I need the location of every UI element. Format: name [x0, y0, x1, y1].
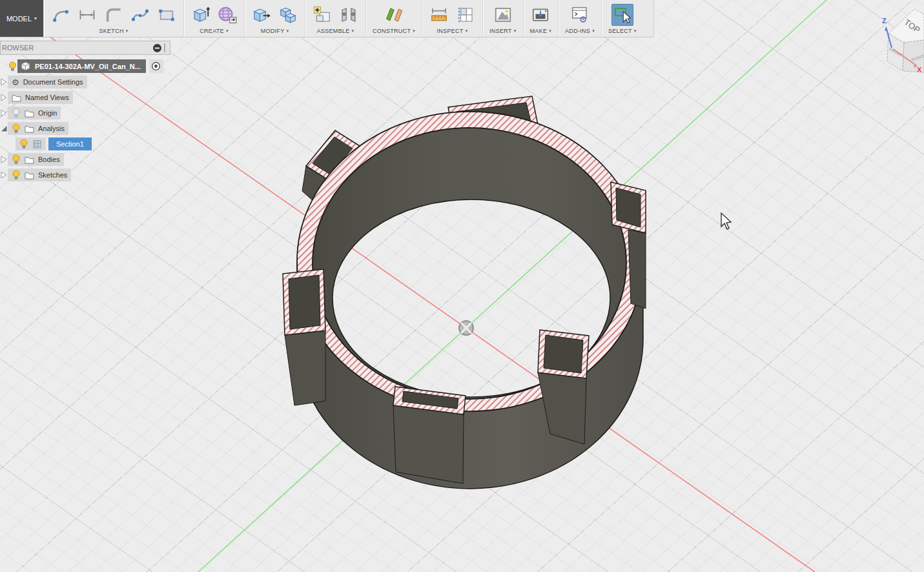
bulb-off-icon[interactable] [12, 108, 21, 118]
bulb-on-icon[interactable] [12, 170, 21, 180]
caret-icon: ▾ [352, 28, 354, 34]
toolbar-group-create: CREATE ▾ [183, 0, 244, 37]
tab-bottom [393, 387, 466, 484]
viewcube-z-arrowhead [885, 27, 888, 31]
collapse-triangle-icon[interactable] [0, 125, 8, 132]
activate-component-radio[interactable] [149, 59, 163, 73]
caret-icon: ▾ [514, 28, 517, 34]
origin-marker[interactable] [459, 321, 473, 335]
sketch-fillet-icon[interactable] [103, 5, 124, 25]
construct-plane-icon[interactable] [384, 5, 404, 25]
make-3d-print-icon[interactable] [530, 5, 551, 25]
toolbar-group-addins: ⚙ ADD-INS ▾ [558, 0, 601, 37]
toolbar-group-assemble: ASSEMBLE ▾ [305, 0, 365, 37]
caret-icon: ▾ [34, 15, 37, 21]
mouse-cursor [718, 210, 735, 230]
component-cube-icon [20, 61, 31, 72]
bulb-on-icon[interactable] [12, 123, 21, 134]
toolbar-group-sketch: SKETCH ▾ [43, 0, 183, 37]
expand-chevron-icon[interactable] [1, 93, 7, 102]
caret-icon: ▾ [549, 28, 551, 34]
caret-icon: ▾ [592, 28, 595, 34]
toolbar-menu-assemble[interactable]: ASSEMBLE ▾ [317, 28, 354, 34]
gear-icon: ⚙ [12, 78, 19, 87]
folder-icon [25, 156, 34, 164]
expand-chevron-icon[interactable] [1, 155, 7, 164]
bulb-on-icon[interactable] [12, 154, 21, 165]
toolbar-group-select: SELECT ▾ [601, 0, 643, 37]
sketch-spline-icon[interactable] [130, 5, 150, 25]
toolbar: MODEL ▾ SKETCH ▾ [0, 0, 654, 37]
browser-row-named-views[interactable]: Named Views [0, 91, 172, 104]
workspace-switcher-model[interactable]: MODEL ▾ [0, 0, 43, 37]
viewcube-x-label: X [917, 66, 922, 74]
folder-icon [25, 125, 34, 133]
modify-combine-icon[interactable] [278, 5, 298, 25]
toolbar-menu-create[interactable]: CREATE ▾ [200, 28, 228, 34]
caret-icon: ▾ [634, 28, 637, 34]
sketch-dimension-icon[interactable] [77, 5, 98, 25]
panel-grip-icon[interactable] [162, 43, 167, 53]
expand-chevron-icon[interactable] [1, 170, 7, 179]
assemble-joint-icon[interactable] [338, 5, 359, 25]
caret-icon: ▾ [126, 28, 128, 34]
caret-icon: ▾ [226, 28, 229, 34]
caret-icon: ▾ [286, 28, 289, 34]
browser-row-document-settings[interactable]: ⚙ Document Settings [0, 76, 172, 88]
modify-press-pull-icon[interactable] [251, 5, 272, 25]
toolbar-menu-sketch[interactable]: SKETCH ▾ [99, 28, 128, 34]
sketch-arc-icon[interactable] [50, 5, 71, 25]
toolbar-menu-inspect[interactable]: INSPECT ▾ [437, 28, 468, 34]
toolbar-menu-modify[interactable]: MODIFY ▾ [261, 28, 289, 34]
folder-icon [25, 109, 34, 117]
collapse-all-icon[interactable] [152, 43, 162, 53]
browser-row-root-component[interactable]: PE01-14-302A-MV_Oil_Can_N... [0, 59, 172, 73]
bulb-on-icon[interactable] [19, 139, 28, 149]
addins-scripts-icon[interactable]: ⚙ [570, 5, 590, 25]
svg-text:⚙: ⚙ [579, 15, 587, 25]
workspace-label: MODEL [6, 15, 32, 23]
browser-header[interactable]: ROWSER [0, 41, 170, 55]
assemble-new-component-icon[interactable] [312, 5, 333, 25]
bulb-on-icon[interactable] [8, 61, 17, 72]
toolbar-menu-construct[interactable]: CONSTRUCT ▾ [373, 28, 415, 34]
caret-icon: ▾ [413, 28, 415, 34]
model-ring-body[interactable] [283, 96, 646, 489]
browser-row-section1[interactable]: Section1 [0, 138, 172, 150]
toolbar-group-make: MAKE ▾ [523, 0, 559, 37]
toolbar-group-insert: INSERT ▾ [482, 0, 522, 37]
sketch-rectangle-icon[interactable] [156, 5, 177, 25]
viewcube-z-label: Z [882, 17, 887, 25]
toolbar-menu-insert[interactable]: INSERT ▾ [489, 28, 516, 34]
folder-icon [25, 171, 34, 179]
toolbar-group-construct: CONSTRUCT ▾ [365, 0, 422, 37]
browser-row-analysis[interactable]: Analysis [0, 122, 172, 135]
browser-title: ROWSER [2, 44, 152, 52]
toolbar-group-modify: MODIFY ▾ [244, 0, 305, 37]
root-component-label: PE01-14-302A-MV_Oil_Can_N... [35, 63, 141, 70]
toolbar-menu-addins[interactable]: ADD-INS ▾ [565, 28, 595, 34]
expand-chevron-icon[interactable] [1, 108, 7, 117]
toolbar-menu-select[interactable]: SELECT ▾ [608, 28, 637, 34]
browser-row-sketches[interactable]: Sketches [0, 169, 172, 181]
create-extrude-icon[interactable] [190, 5, 211, 25]
create-form-icon[interactable] [217, 5, 238, 25]
browser-panel: ROWSER PE01-14-302A-MV_Oil_Can_N... ⚙ Do… [0, 41, 172, 181]
expand-chevron-icon[interactable] [1, 77, 7, 87]
insert-canvas-icon[interactable] [493, 5, 513, 25]
toolbar-menu-make[interactable]: MAKE ▾ [530, 28, 552, 34]
section-analysis-item-icon [32, 139, 42, 149]
caret-icon: ▾ [466, 28, 468, 34]
inspect-section-analysis-icon[interactable] [455, 5, 476, 25]
section1-selected-chip: Section1 [48, 138, 92, 150]
tab-left [283, 269, 325, 405]
ring-outer-wall [297, 261, 643, 489]
toolbar-group-inspect: INSPECT ▾ [422, 0, 482, 37]
viewcube[interactable]: TOP FRONT RIGHT Z X [859, 0, 924, 84]
browser-row-bodies[interactable]: Bodies [0, 153, 172, 166]
folder-icon [12, 94, 21, 102]
select-tool-icon[interactable] [611, 4, 633, 26]
inspect-measure-icon[interactable] [429, 5, 449, 25]
browser-row-origin[interactable]: Origin [0, 107, 172, 119]
